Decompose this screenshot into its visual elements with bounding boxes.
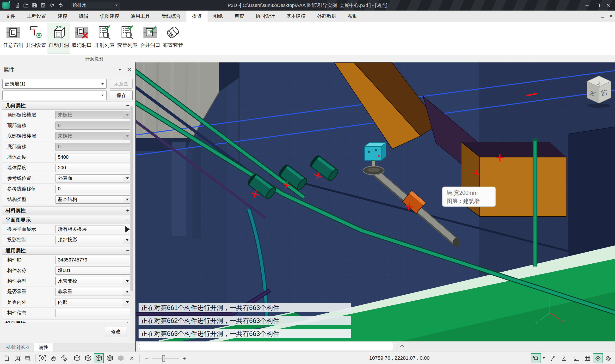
collapse-icon[interactable]: − <box>126 218 130 222</box>
collapse-icon[interactable]: − <box>126 103 130 108</box>
save-icon[interactable] <box>31 2 38 8</box>
tile-views-button[interactable] <box>13 354 22 363</box>
menu-item-project-settings[interactable]: 工程设置 <box>21 11 52 22</box>
expand-display-modes-button[interactable] <box>127 354 136 363</box>
display-hidden-line-button[interactable] <box>84 354 93 363</box>
wall-thickness-input[interactable]: 200 <box>55 164 132 172</box>
orbit-button[interactable] <box>60 354 69 363</box>
ribbon-button-auto-hole[interactable]: 自动开洞 <box>48 23 70 53</box>
menu-item-submission[interactable]: 提资 <box>187 11 208 22</box>
section-header-clipped[interactable]: 报定属性 + <box>2 320 133 323</box>
top-offset-input[interactable]: 0 <box>55 121 132 130</box>
tab-properties[interactable]: 属性 <box>34 343 53 351</box>
reference-line-offset-input[interactable]: 0 <box>55 185 132 193</box>
panel-close-icon[interactable] <box>127 67 132 72</box>
menu-item-general-tools[interactable]: 通用工具 <box>125 11 156 22</box>
ortho-mode-button[interactable] <box>571 354 580 363</box>
element-info-input[interactable] <box>55 309 132 317</box>
ribbon-button-hole-settings[interactable]: 开洞设置 <box>25 23 47 53</box>
object-snap-button[interactable] <box>593 354 602 363</box>
element-type-dropdown[interactable]: 建筑墙(1) <box>2 79 107 89</box>
structure-type-select[interactable]: 基本结构 <box>55 195 132 204</box>
section-header-geometry[interactable]: 几何属性 − <box>2 102 133 110</box>
redo-icon[interactable] <box>57 2 64 8</box>
mdi-minimize-icon[interactable] <box>592 16 596 16</box>
zoom-slider-thumb[interactable] <box>162 355 165 362</box>
zoom-out-button[interactable]: − <box>142 354 151 363</box>
menu-item-modeling[interactable]: 建模 <box>52 11 73 22</box>
open-file-icon[interactable] <box>23 2 29 8</box>
top-link-floor-select[interactable]: 未链接 <box>55 111 132 119</box>
menu-item-file[interactable]: 文件 <box>0 11 21 22</box>
pan-button[interactable] <box>49 354 58 363</box>
element-name-input[interactable]: 墙001 <box>55 267 132 275</box>
close-button[interactable] <box>603 1 614 9</box>
menu-item-help[interactable]: 帮助 <box>342 11 363 22</box>
element-id-input[interactable]: 34359745779 <box>55 256 132 264</box>
bottom-link-floor-select[interactable]: 未链接 <box>55 132 132 140</box>
draft-angle-button[interactable] <box>548 354 557 363</box>
panel-collapse-icon[interactable] <box>118 69 121 71</box>
modify-button[interactable]: 修改 <box>105 327 127 336</box>
scrollbar-thumb[interactable] <box>131 106 133 291</box>
ribbon-button-hole-list[interactable]: 开洞列表 <box>93 23 116 53</box>
section-header-general[interactable]: 通用属性 − <box>2 247 133 255</box>
menu-item-drawing-recognition[interactable]: 识图建模 <box>94 11 125 22</box>
element-type-select[interactable]: 水管变径 <box>55 277 132 285</box>
display-shaded-edges-button[interactable] <box>94 354 103 363</box>
display-wireframe-button[interactable] <box>73 354 82 363</box>
ribbon-button-merge-hole[interactable]: 合并洞口 <box>139 23 161 53</box>
collapse-command-bar-button[interactable] <box>397 342 407 350</box>
ribbon-button-cancel-hole[interactable]: 取消洞口 <box>70 23 93 53</box>
grid-toggle-button[interactable] <box>583 354 592 363</box>
save-button[interactable]: 保存 <box>110 91 133 100</box>
viewport-3d[interactable]: Z Y X 上 左 前 墙,宽200mm 图层：建筑墙 <box>136 63 615 341</box>
preset-dropdown[interactable] <box>2 91 107 100</box>
reference-line-position-select[interactable]: 外表面 <box>55 174 132 182</box>
menu-item-drawings[interactable]: 图纸 <box>208 11 229 22</box>
save-as-icon[interactable] <box>40 2 46 8</box>
undo-icon[interactable] <box>49 2 55 8</box>
angle-snap-button[interactable] <box>559 354 568 363</box>
zoom-extents-button[interactable] <box>38 354 47 363</box>
panel-scrollbar[interactable] <box>130 105 134 340</box>
ribbon-button-any-hole[interactable]: 任意布洞 <box>2 23 25 53</box>
display-shaded-button[interactable] <box>105 354 114 363</box>
zoom-in-button[interactable]: + <box>180 354 189 363</box>
bottom-offset-input[interactable]: 0 <box>55 143 132 151</box>
zoom-slider-track[interactable] <box>152 358 179 358</box>
schematic-button[interactable]: 示意图 <box>110 79 133 89</box>
projection-control-select[interactable]: 顶部投影 <box>55 236 132 244</box>
tab-view-browser[interactable]: 视图浏览器 <box>1 343 34 351</box>
minimize-button[interactable] <box>582 1 592 9</box>
menu-item-basic-modeling[interactable]: 基本建模 <box>281 11 311 22</box>
new-window-button[interactable] <box>24 354 33 363</box>
mdi-close-icon[interactable] <box>609 14 613 18</box>
menu-item-external-data[interactable]: 外部数据 <box>311 11 342 22</box>
discipline-dropdown[interactable]: 给排水 <box>71 2 120 9</box>
load-bearing-select[interactable]: 非承重 <box>55 288 132 296</box>
mdi-restore-icon[interactable] <box>601 15 604 17</box>
restore-button[interactable] <box>592 1 603 9</box>
display-realistic-button[interactable] <box>116 354 125 363</box>
snap-dropdown-caret[interactable] <box>542 357 545 359</box>
snap-mode-button[interactable] <box>531 354 541 363</box>
wall-height-input[interactable]: 5400 <box>55 153 132 161</box>
interior-exterior-select[interactable]: 内部 <box>55 298 132 306</box>
menu-item-mep-coordination[interactable]: 管线综合 <box>156 11 187 22</box>
merge-hole-icon <box>142 25 158 40</box>
section-header-plan-display[interactable]: 平面图显示 − <box>2 216 133 224</box>
new-file-icon[interactable] <box>14 2 20 8</box>
floor-plan-display-input[interactable]: 所有相关楼层 <box>55 225 124 233</box>
menu-item-collaboration[interactable]: 协同设计 <box>250 11 281 22</box>
new-view-button[interactable] <box>2 354 12 363</box>
menu-item-edit[interactable]: 编辑 <box>73 11 94 22</box>
section-header-material[interactable]: 材料属性 + <box>2 206 133 214</box>
settings-button[interactable] <box>604 354 613 363</box>
collapse-icon[interactable]: − <box>126 248 130 253</box>
menu-item-review[interactable]: 审查 <box>229 11 250 22</box>
ribbon-button-sleeve-list[interactable]: 套管列表 <box>116 23 139 53</box>
command-input[interactable] <box>138 342 393 351</box>
expand-icon[interactable]: + <box>126 208 130 213</box>
ribbon-button-place-sleeve[interactable]: 布置套管 <box>162 23 184 53</box>
